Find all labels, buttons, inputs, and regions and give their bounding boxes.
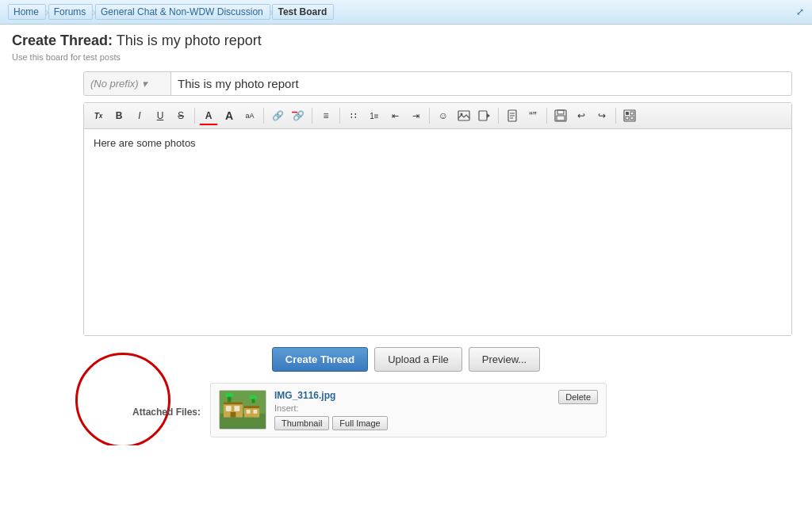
create-thread-button[interactable]: Create Thread bbox=[272, 347, 368, 372]
file-thumbnail bbox=[219, 390, 266, 430]
toolbar-emoji[interactable]: ☺ bbox=[434, 106, 453, 125]
toolbar-source[interactable] bbox=[620, 106, 639, 125]
file-insert-label: Insert: bbox=[274, 403, 542, 413]
file-info: IMG_3116.jpg Insert: Thumbnail Full Imag… bbox=[274, 390, 542, 430]
toolbar-redo[interactable]: ↪ bbox=[592, 106, 611, 125]
full-image-insert-button[interactable]: Full Image bbox=[332, 416, 387, 430]
prefix-dropdown-arrow: ▾ bbox=[142, 78, 147, 90]
svg-marker-3 bbox=[487, 113, 490, 118]
breadcrumb: Home › Forums › General Chat & Non-WDW D… bbox=[0, 0, 812, 25]
file-name[interactable]: IMG_3116.jpg bbox=[274, 390, 542, 401]
breadcrumb-home[interactable]: Home bbox=[8, 4, 46, 20]
breadcrumb-forums[interactable]: Forums bbox=[48, 4, 94, 20]
svg-rect-12 bbox=[626, 112, 629, 115]
page-title-prefix: Create Thread: bbox=[12, 32, 113, 48]
attached-file-card: IMG_3116.jpg Insert: Thumbnail Full Imag… bbox=[210, 383, 607, 437]
attached-files-label: Attached Files: bbox=[132, 407, 201, 418]
breadcrumb-separator-1: › bbox=[45, 6, 49, 18]
red-circle-annotation bbox=[75, 353, 170, 445]
upload-file-button[interactable]: Upload a File bbox=[374, 347, 462, 372]
editor-content: Here are some photos bbox=[94, 137, 196, 149]
svg-rect-25 bbox=[247, 410, 251, 414]
thumbnail-insert-button[interactable]: Thumbnail bbox=[274, 416, 329, 430]
breadcrumb-separator-2: › bbox=[92, 6, 96, 18]
svg-rect-15 bbox=[630, 116, 634, 120]
toolbar-undo[interactable]: ↩ bbox=[572, 106, 591, 125]
toolbar-save[interactable] bbox=[551, 106, 570, 125]
preview-button[interactable]: Preview... bbox=[469, 347, 540, 372]
toolbar-unlink[interactable]: 🔗⁻ bbox=[289, 106, 308, 125]
breadcrumb-general-chat[interactable]: General Chat & Non-WDW Discussion bbox=[95, 4, 270, 20]
attached-files-section: Attached Files: bbox=[36, 383, 800, 437]
page-content: Create Thread: This is my photo report U… bbox=[0, 25, 812, 445]
toolbar-strikethrough[interactable]: S bbox=[171, 106, 190, 125]
editor-toolbar: Tx B I U S A A aA 🔗 🔗⁻ ≡ ∷ 1≡ ⇤ ⇥ ☺ bbox=[84, 103, 791, 129]
toolbar-font-size-up[interactable]: A bbox=[220, 106, 239, 125]
toolbar-sep-6 bbox=[498, 108, 499, 124]
delete-button[interactable]: Delete bbox=[558, 390, 598, 404]
delete-btn-wrapper: Delete bbox=[550, 390, 598, 404]
toolbar-image[interactable] bbox=[454, 106, 473, 125]
breadcrumb-test-board[interactable]: Test Board bbox=[272, 4, 334, 20]
toolbar-sep-1 bbox=[194, 108, 195, 124]
toolbar-sep-2 bbox=[263, 108, 264, 124]
thread-title-row: (No prefix) ▾ bbox=[83, 71, 792, 96]
svg-rect-20 bbox=[226, 406, 232, 411]
svg-rect-22 bbox=[231, 412, 236, 418]
svg-rect-0 bbox=[458, 111, 469, 120]
toolbar-bold[interactable]: B bbox=[109, 106, 128, 125]
toolbar-font-color[interactable]: A bbox=[199, 106, 218, 125]
prefix-select[interactable]: (No prefix) ▾ bbox=[84, 72, 171, 95]
toolbar-sep-3 bbox=[312, 108, 312, 124]
svg-rect-28 bbox=[225, 393, 234, 397]
toolbar-sep-4 bbox=[339, 108, 340, 124]
editor-body[interactable]: Here are some photos bbox=[84, 129, 791, 335]
attached-files-label-wrapper: Attached Files: bbox=[36, 383, 210, 418]
toolbar-font-size-down[interactable]: aA bbox=[240, 106, 259, 125]
toolbar-unordered-list[interactable]: ∷ bbox=[344, 106, 363, 125]
svg-rect-21 bbox=[234, 406, 239, 411]
svg-rect-19 bbox=[224, 402, 243, 404]
svg-rect-30 bbox=[250, 395, 258, 399]
svg-rect-14 bbox=[626, 116, 629, 120]
svg-rect-26 bbox=[253, 410, 257, 414]
editor-wrapper: Tx B I U S A A aA 🔗 🔗⁻ ≡ ∷ 1≡ ⇤ ⇥ ☺ bbox=[83, 102, 792, 336]
svg-rect-24 bbox=[244, 406, 259, 408]
page-title-value: This is my photo report bbox=[117, 32, 262, 48]
svg-rect-10 bbox=[557, 116, 565, 120]
toolbar-sep-8 bbox=[615, 108, 616, 124]
thread-title-input[interactable] bbox=[171, 72, 791, 95]
toolbar-ordered-list[interactable]: 1≡ bbox=[365, 106, 384, 125]
expand-icon[interactable]: ⤢ bbox=[796, 6, 804, 17]
breadcrumb-separator-3: › bbox=[270, 6, 274, 18]
toolbar-clear-format[interactable]: Tx bbox=[89, 106, 108, 125]
page-title: Create Thread: This is my photo report bbox=[12, 32, 800, 49]
toolbar-indent[interactable]: ⇥ bbox=[406, 106, 425, 125]
svg-rect-13 bbox=[630, 112, 634, 115]
svg-rect-2 bbox=[479, 111, 487, 120]
toolbar-media[interactable] bbox=[475, 106, 494, 125]
toolbar-attach[interactable] bbox=[503, 106, 522, 125]
toolbar-quote[interactable]: “” bbox=[523, 106, 542, 125]
toolbar-sep-5 bbox=[429, 108, 430, 124]
toolbar-link[interactable]: 🔗 bbox=[268, 106, 287, 125]
page-subtitle: Use this board for test posts bbox=[12, 52, 800, 62]
svg-rect-9 bbox=[557, 110, 564, 114]
toolbar-italic[interactable]: I bbox=[130, 106, 149, 125]
toolbar-outdent[interactable]: ⇤ bbox=[385, 106, 404, 125]
toolbar-sep-7 bbox=[546, 108, 547, 124]
file-insert-buttons: Thumbnail Full Image bbox=[274, 416, 542, 430]
toolbar-align[interactable]: ≡ bbox=[316, 106, 335, 125]
prefix-label: (No prefix) bbox=[90, 78, 139, 90]
toolbar-underline[interactable]: U bbox=[151, 106, 170, 125]
